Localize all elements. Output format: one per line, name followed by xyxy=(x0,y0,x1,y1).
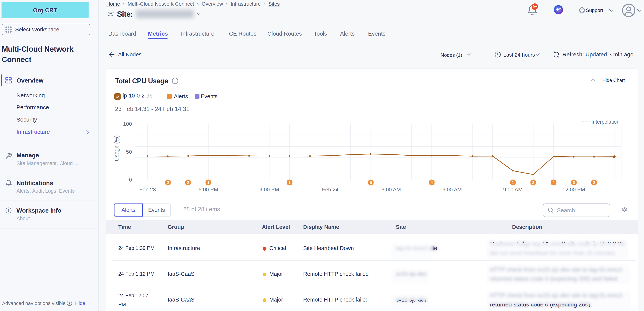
svg-text:2: 2 xyxy=(532,180,534,185)
svg-text:9:00 PM: 9:00 PM xyxy=(260,187,279,192)
svg-text:9:00 AM: 9:00 AM xyxy=(503,187,523,192)
svg-text:Feb 24: Feb 24 xyxy=(322,187,338,192)
svg-text:3:00 AM: 3:00 AM xyxy=(382,187,401,192)
svg-text:6:00 AM: 6:00 AM xyxy=(442,187,462,192)
svg-text:Feb 23: Feb 23 xyxy=(139,187,156,192)
svg-text:1: 1 xyxy=(288,180,291,185)
svg-text:12:00 PM: 12:00 PM xyxy=(562,187,585,192)
svg-text:1: 1 xyxy=(207,180,210,185)
svg-text:3: 3 xyxy=(573,180,575,185)
svg-text:2: 2 xyxy=(593,180,595,185)
svg-text:4: 4 xyxy=(430,180,433,185)
svg-text:100: 100 xyxy=(123,121,132,127)
svg-text:2: 2 xyxy=(187,180,189,185)
svg-text:2: 2 xyxy=(167,180,169,185)
svg-text:50: 50 xyxy=(126,149,132,155)
svg-text:4: 4 xyxy=(552,180,555,185)
svg-text:5: 5 xyxy=(370,180,372,185)
svg-text:aws: aws xyxy=(108,11,114,15)
svg-text:Interpolation: Interpolation xyxy=(592,119,620,125)
svg-text:6:00 PM: 6:00 PM xyxy=(198,187,218,192)
svg-text:1: 1 xyxy=(512,180,514,185)
svg-text:0: 0 xyxy=(129,177,132,183)
svg-text:Usage (%): Usage (%) xyxy=(114,135,120,161)
